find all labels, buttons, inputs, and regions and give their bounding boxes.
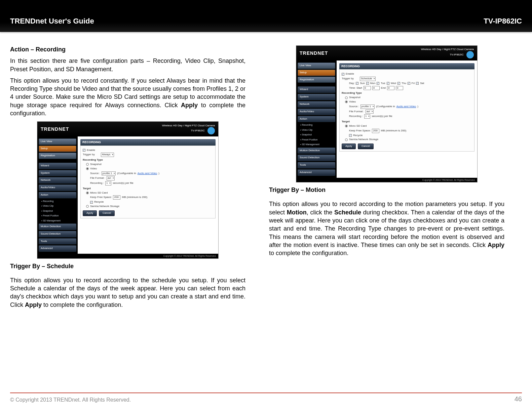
footer-rule — [10, 393, 522, 393]
end-hour-input[interactable]: 0 — [387, 86, 394, 90]
sub-snapshot[interactable]: • Snapshot — [298, 133, 335, 136]
recycle-checkbox[interactable] — [349, 134, 352, 137]
samba-label: Samba Network Storage — [90, 205, 119, 208]
recycle-checkbox[interactable] — [90, 201, 93, 204]
trigger-by-select[interactable]: Schedule — [360, 77, 376, 81]
seconds-per-file: second(s) per file — [113, 181, 133, 185]
sub-sd-management[interactable]: • SD Management — [298, 142, 335, 146]
cancel-button[interactable]: Cancel — [358, 144, 374, 149]
panel-title: RECORDING — [80, 139, 216, 145]
nav-advanced[interactable]: Advanced — [298, 169, 335, 176]
text: to complete the configuration. — [269, 250, 348, 256]
nav-advanced[interactable]: Advanced — [39, 245, 76, 252]
nav-system[interactable]: System — [39, 170, 76, 176]
copyright-text: © Copyright 2013 TRENDnet. All Rights Re… — [10, 397, 131, 403]
nav-audio-video[interactable]: Audio/Video — [298, 109, 335, 115]
micro-sd-radio[interactable] — [86, 192, 89, 194]
trigger-by-select[interactable]: Always — [101, 153, 114, 157]
nav-wizard[interactable]: Wizard — [39, 163, 76, 169]
file-format-select[interactable]: avi — [107, 176, 115, 180]
end-min-input[interactable]: 0 — [396, 86, 403, 90]
audio-video-link[interactable]: Audio and Video — [138, 172, 157, 175]
sub-snapshot[interactable]: • Snapshot — [39, 209, 76, 213]
enable-checkbox[interactable] — [342, 73, 344, 76]
always-paragraph: This option allows you to record constan… — [10, 77, 245, 117]
sub-recording[interactable]: • Recording — [298, 123, 335, 127]
audio-video-link[interactable]: Audio and Video — [396, 105, 416, 109]
video-radio[interactable] — [86, 167, 89, 170]
sub-video-clip[interactable]: • Video Clip — [39, 204, 76, 208]
registration-button[interactable]: Registration — [39, 153, 76, 159]
start-hour-input[interactable]: 0 — [364, 86, 371, 90]
motion-heading: Trigger By – Motion — [269, 186, 504, 194]
day-wed-checkbox[interactable] — [387, 82, 389, 85]
registration-button[interactable]: Registration — [298, 77, 335, 83]
snapshot-radio[interactable] — [86, 163, 89, 166]
keep-free-input[interactable]: 200 — [372, 129, 379, 133]
nav-audio-video[interactable]: Audio/Video — [39, 185, 76, 191]
video-radio[interactable] — [345, 100, 348, 103]
ss-header: TRENDNET Wireless HD Day / Night PTZ Clo… — [37, 122, 218, 136]
micro-sd-radio[interactable] — [345, 125, 348, 127]
sub-video-clip[interactable]: • Video Clip — [298, 128, 335, 132]
recording-seconds-select[interactable]: 1 — [364, 114, 370, 119]
samba-radio[interactable] — [345, 138, 348, 141]
cloud-icon — [466, 51, 474, 58]
day-mon-checkbox[interactable] — [366, 82, 369, 85]
setup-button[interactable]: Setup — [39, 146, 76, 152]
nav-sound-detection[interactable]: Sound Detection — [39, 231, 76, 237]
apply-button[interactable]: Apply — [83, 210, 97, 216]
screenshot-schedule: TRENDNET Wireless HD Day / Night PTZ Clo… — [296, 45, 478, 182]
ss-footer: Copyright © 2013 TRENDnet. All Rights Re… — [37, 254, 218, 258]
apply-bold: Apply — [181, 102, 198, 109]
day-tue-checkbox[interactable] — [377, 82, 379, 85]
sub-preset-position[interactable]: • Preset Position — [298, 138, 335, 141]
nav-network[interactable]: Network — [298, 101, 335, 108]
recording-seconds-select[interactable]: 1 — [105, 181, 111, 186]
recording-label: Recording : — [90, 181, 104, 185]
samba-radio[interactable] — [86, 205, 89, 208]
micro-sd-label: Micro SD Card — [349, 124, 367, 128]
panel-title: RECORDING — [339, 63, 474, 69]
sub-sd-management[interactable]: • SD Management — [39, 219, 76, 222]
schedule-heading: Trigger By – Schedule — [10, 262, 245, 270]
nav-action[interactable]: Action — [39, 192, 76, 198]
start-min-input[interactable]: 0 — [372, 86, 380, 90]
nav-tools[interactable]: Tools — [298, 162, 335, 168]
seconds-per-file: second(s) per file — [372, 115, 392, 118]
sub-preset-position[interactable]: • Preset Position — [39, 214, 76, 217]
live-view-button[interactable]: Live View — [298, 63, 335, 69]
day-fri-checkbox[interactable] — [408, 82, 410, 85]
nav-motion-detection[interactable]: Motion Detection — [39, 223, 76, 230]
setup-button[interactable]: Setup — [298, 70, 335, 76]
nav-system[interactable]: System — [298, 94, 335, 100]
snapshot-radio[interactable] — [345, 96, 348, 99]
guide-title: TRENDnet User's Guide — [10, 17, 94, 26]
nav-network[interactable]: Network — [39, 177, 76, 183]
enable-checkbox[interactable] — [83, 149, 85, 152]
sub-recording[interactable]: • Recording — [39, 199, 76, 203]
page-footer: © Copyright 2013 TRENDnet. All Rights Re… — [0, 393, 532, 403]
source-select[interactable]: profile 1 — [102, 171, 116, 176]
day-thu-checkbox[interactable] — [397, 82, 400, 85]
paren-close: ) — [417, 105, 418, 109]
file-format-select[interactable]: avi — [366, 110, 374, 114]
apply-button[interactable]: Apply — [342, 144, 356, 149]
ss-model: Wireless HD Day / Night PTZ Cloud Camera… — [421, 48, 474, 58]
cancel-button[interactable]: Cancel — [99, 210, 115, 216]
nav-wizard[interactable]: Wizard — [298, 86, 335, 93]
ss-brand: TRENDNET — [41, 126, 69, 132]
ss-header: TRENDNET Wireless HD Day / Night PTZ Clo… — [296, 46, 477, 60]
nav-tools[interactable]: Tools — [39, 238, 76, 245]
keep-free-input[interactable]: 200 — [113, 195, 120, 200]
apply-bold: Apply — [488, 242, 504, 248]
day-sun-checkbox[interactable] — [356, 82, 358, 85]
nav-motion-detection[interactable]: Motion Detection — [298, 148, 335, 154]
source-select[interactable]: profile 1 — [360, 105, 375, 109]
nav-action[interactable]: Action — [298, 116, 335, 122]
nav-sound-detection[interactable]: Sound Detection — [298, 155, 335, 161]
live-view-button[interactable]: Live View — [39, 138, 76, 145]
day-sat-checkbox[interactable] — [416, 82, 419, 85]
day-label: Day: — [349, 82, 354, 85]
video-label: Video — [90, 167, 97, 171]
